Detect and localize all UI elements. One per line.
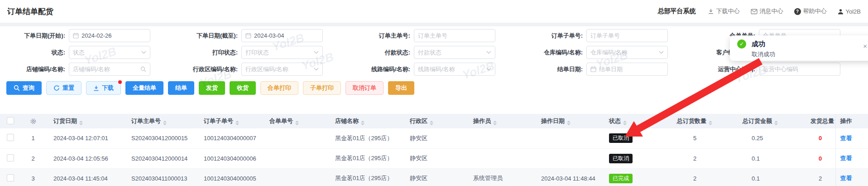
toolbar-button[interactable]: 发货 xyxy=(199,81,225,95)
row-index: 3 xyxy=(21,168,45,186)
filter-label: 行政区编码/名称: xyxy=(175,65,241,73)
top-nav-item[interactable]: 帮助中心 xyxy=(794,7,827,15)
filter-value: 店铺编码/名称 xyxy=(73,65,110,73)
sort-icon xyxy=(235,121,239,125)
help-icon xyxy=(794,8,801,15)
orders-table: 订货日期 订单主单号 订单子单号 合单单号 店铺名称 行政区 操作员 操作日期 … xyxy=(0,114,868,186)
filter-input[interactable]: 订单子单号 xyxy=(586,29,668,42)
toolbar-button-label: 取消订单 xyxy=(353,84,376,92)
view-link[interactable]: 查看 xyxy=(840,175,852,181)
filter-input[interactable]: 订单主单号 xyxy=(414,29,495,42)
filter-input[interactable]: 线路编码/名称 xyxy=(414,63,495,76)
filter-field: 订单主单号: 订单主单号 xyxy=(348,29,520,42)
filter-input[interactable]: 2024-02-26 xyxy=(69,29,150,42)
toast-message: 取消成功 xyxy=(752,50,868,59)
toolbar-button[interactable]: 收货 xyxy=(230,81,256,95)
toolbar-button-label: 查询 xyxy=(23,84,34,92)
toolbar-button[interactable]: 合单打印 xyxy=(260,81,298,95)
search-icon[interactable] xyxy=(140,66,146,72)
calendar-icon xyxy=(73,33,79,39)
top-nav-item[interactable]: Yol2B xyxy=(838,8,861,15)
filter-value: 付款状态 xyxy=(418,49,441,57)
filter-input[interactable]: 店铺编码/名称 xyxy=(69,63,150,76)
col-merge-no[interactable]: 合单单号 xyxy=(265,114,331,128)
status-badge: 已取消 xyxy=(609,133,633,143)
filter-field: 打印状态: 打印状态 xyxy=(175,46,348,59)
filter-input[interactable]: 打印状态 xyxy=(241,46,323,59)
toolbar-button[interactable]: 查询 xyxy=(6,81,42,95)
toolbar-button[interactable]: 取消订单 xyxy=(345,81,384,95)
col-action: 操作 xyxy=(835,114,868,128)
col-sub-no[interactable]: 订单子单号 xyxy=(199,114,265,128)
top-header: 订单结单配货 总部平台系统 下载中心 xyxy=(0,0,868,23)
toolbar-button[interactable]: 结单 xyxy=(168,81,194,95)
page: 订单结单配货 总部平台系统 下载中心 xyxy=(0,0,868,186)
row-checkbox-cell xyxy=(0,168,21,186)
refresh-icon xyxy=(53,85,60,91)
filter-input[interactable]: 运营中心编码 xyxy=(759,63,840,76)
view-link[interactable]: 查看 xyxy=(840,155,852,162)
close-icon[interactable] xyxy=(863,43,867,49)
toolbar-button-label: 子单打印 xyxy=(310,84,334,92)
toolbar-button[interactable]: 导出 xyxy=(388,81,414,95)
col-operator[interactable]: 操作员 xyxy=(469,114,537,128)
col-status[interactable]: 状态 xyxy=(604,114,672,128)
cell-district: 静安区 xyxy=(405,148,469,168)
col-order-date[interactable]: 订货日期 xyxy=(45,114,127,128)
table-row: 1 2024-03-04 12:07:01 S2024030412000015 … xyxy=(0,128,868,148)
top-nav-label: 帮助中心 xyxy=(803,7,827,15)
toolbar-button[interactable]: 下载 xyxy=(86,81,121,95)
filter-input[interactable]: 结单日期 xyxy=(586,63,668,76)
cell-op-date: 2024-03-04 11:48:44 xyxy=(537,168,604,186)
filter-value: 2024-03-04 xyxy=(254,32,284,39)
filter-input[interactable]: 状态 xyxy=(69,46,150,59)
cell-status: 已完成 xyxy=(604,168,672,186)
filter-label: 运营中心编码: xyxy=(693,65,759,73)
filter-field: 线路编码/名称: 线路编码/名称 xyxy=(348,63,520,76)
toolbar-button[interactable]: 全量结单 xyxy=(125,81,163,95)
row-index: 2 xyxy=(21,148,45,168)
col-main-no[interactable]: 订单主单号 xyxy=(127,114,199,128)
cell-district: 静安区 xyxy=(405,168,469,186)
filter-input[interactable]: 2024-03-04 xyxy=(241,29,323,42)
col-shipped[interactable]: 发货总量 xyxy=(806,114,835,128)
gear-icon[interactable] xyxy=(30,118,37,125)
col-store[interactable]: 店铺名称 xyxy=(331,114,405,128)
toolbar-button-label: 导出 xyxy=(395,84,407,92)
top-nav-item[interactable]: 下载中心 xyxy=(708,7,740,15)
filter-field: 店铺编码/名称: 店铺编码/名称 xyxy=(3,63,175,76)
cell-amount: 0.1 xyxy=(738,168,806,186)
notification-dot xyxy=(118,80,122,84)
view-link[interactable]: 查看 xyxy=(840,135,852,142)
sort-icon xyxy=(623,121,627,125)
cell-qty: 2 xyxy=(672,148,738,168)
row-checkbox[interactable] xyxy=(7,174,14,181)
filter-label: 下单日期(截至): xyxy=(175,32,241,40)
row-checkbox[interactable] xyxy=(7,134,14,141)
filter-label: 结单日期: xyxy=(520,65,586,73)
status-badge: 已完成 xyxy=(609,174,633,183)
filter-field: 状态: 状态 xyxy=(3,46,175,59)
filter-input[interactable]: 行政区编码/名称 xyxy=(241,63,323,76)
shipped-value: 2 xyxy=(819,175,822,182)
col-op-date[interactable]: 操作日期 xyxy=(537,114,604,128)
chevron-down-icon xyxy=(486,51,491,54)
col-qty[interactable]: 总订货数量 xyxy=(672,114,738,128)
select-all-checkbox[interactable] xyxy=(7,117,14,124)
cell-order-date: 2024-03-04 12:07:01 xyxy=(45,128,127,148)
col-amount[interactable]: 总订货金额 xyxy=(738,114,806,128)
filter-label: 状态: xyxy=(3,49,69,57)
select-all-checkbox-cell xyxy=(0,114,21,128)
row-checkbox[interactable] xyxy=(7,154,14,162)
shipped-value: 0 xyxy=(819,135,822,142)
toolbar-button[interactable]: 子单打印 xyxy=(303,81,341,95)
top-nav-item[interactable]: 消息中心 xyxy=(751,7,783,15)
toolbar-button[interactable]: 重置 xyxy=(46,81,82,95)
col-district[interactable]: 行政区 xyxy=(405,114,469,128)
sort-icon xyxy=(295,121,299,125)
cell-main-no: S2024030412000015 xyxy=(127,128,199,148)
filter-input[interactable]: 仓库编码/名称 xyxy=(586,46,668,59)
filter-field: 下单日期(截至): 2024-03-04 xyxy=(175,29,348,42)
filter-input[interactable]: 付款状态 xyxy=(414,46,495,59)
cell-sub-no: 1001240304000005 xyxy=(199,168,265,186)
